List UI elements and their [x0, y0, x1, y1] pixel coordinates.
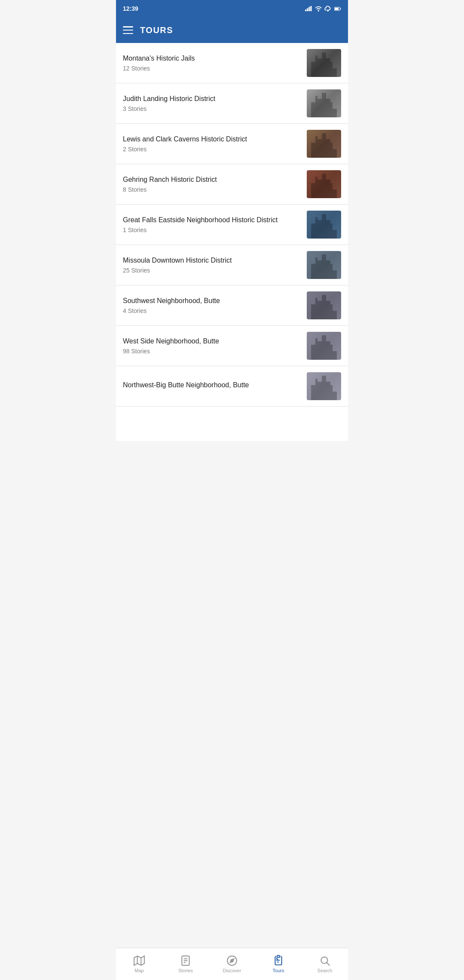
tour-name: Northwest-Big Butte Neighborhood, Butte [123, 381, 302, 390]
battery-icon [334, 7, 342, 11]
app-header: TOURS [116, 17, 348, 43]
tours-icon [273, 955, 284, 966]
tour-list-item[interactable]: Gehring Ranch Historic District8 Stories [116, 164, 348, 205]
tour-list-item[interactable]: West Side Neighborhood, Butte98 Stories [116, 326, 348, 366]
page-title: TOURS [140, 25, 173, 35]
svg-rect-2 [308, 7, 310, 11]
tour-name: Missoula Downtown Historic District [123, 256, 302, 265]
tour-name: West Side Neighborhood, Butte [123, 337, 302, 346]
tour-story-count: 98 Stories [123, 348, 302, 355]
nav-label-discover: Discover [223, 968, 241, 973]
tour-thumbnail [307, 89, 341, 117]
nav-item-stories[interactable]: Stories [162, 948, 209, 980]
tour-thumbnail [307, 372, 341, 400]
tour-list-item[interactable]: Lewis and Clark Caverns Historic Distric… [116, 124, 348, 164]
tour-thumbnail [307, 49, 341, 77]
search-icon [319, 955, 330, 966]
stories-icon [180, 955, 191, 966]
tour-thumbnail [307, 130, 341, 158]
tour-name: Judith Landing Historic District [123, 95, 302, 104]
svg-marker-7 [134, 956, 144, 965]
svg-marker-15 [230, 959, 234, 963]
tour-list-item[interactable]: Judith Landing Historic District3 Storie… [116, 83, 348, 124]
tour-name: Southwest Neighborhood, Butte [123, 297, 302, 306]
status-time: 12:39 [123, 5, 138, 12]
bottom-navigation: Map Stories Discover [116, 948, 348, 980]
nav-label-stories: Stories [178, 968, 193, 973]
tour-list-item[interactable]: Montana's Historic Jails12 Stories [116, 43, 348, 83]
status-icons [305, 5, 341, 12]
nav-item-map[interactable]: Map [116, 948, 162, 980]
tour-story-count: 4 Stories [123, 307, 302, 314]
tour-name: Gehring Ranch Historic District [123, 175, 302, 184]
nav-item-tours[interactable]: Tours [255, 948, 302, 980]
signal-icon [305, 6, 312, 11]
nav-item-search[interactable]: Search [302, 948, 348, 980]
wifi-icon [315, 6, 322, 12]
svg-rect-6 [340, 8, 341, 9]
svg-rect-16 [277, 956, 280, 957]
tour-story-count: 12 Stories [123, 65, 302, 72]
tour-list-item[interactable]: Southwest Neighborhood, Butte4 Stories [116, 285, 348, 326]
tour-thumbnail [307, 291, 341, 319]
svg-rect-0 [305, 9, 306, 11]
status-bar: 12:39 [116, 0, 348, 17]
map-icon [134, 955, 145, 966]
tour-story-count: 2 Stories [123, 146, 302, 153]
nav-label-tours: Tours [273, 968, 284, 973]
tour-thumbnail [307, 251, 341, 279]
menu-button[interactable] [123, 26, 133, 34]
tour-list-item[interactable]: Great Falls Eastside Neighborhood Histor… [116, 205, 348, 245]
tour-thumbnail [307, 170, 341, 198]
cloud-icon [324, 5, 332, 12]
svg-line-20 [327, 963, 330, 965]
tour-name: Lewis and Clark Caverns Historic Distric… [123, 135, 302, 144]
svg-rect-1 [307, 8, 308, 11]
tour-story-count: 25 Stories [123, 267, 302, 274]
nav-item-discover[interactable]: Discover [209, 948, 255, 980]
tour-name: Montana's Historic Jails [123, 54, 302, 63]
tour-thumbnail [307, 332, 341, 360]
nav-label-search: Search [317, 968, 333, 973]
svg-rect-3 [310, 6, 311, 11]
discover-icon [226, 955, 238, 966]
tour-list: Montana's Historic Jails12 StoriesJudith… [116, 43, 348, 441]
tour-list-item[interactable]: Missoula Downtown Historic District25 St… [116, 245, 348, 285]
tour-name: Great Falls Eastside Neighborhood Histor… [123, 216, 302, 225]
tour-list-item[interactable]: Northwest-Big Butte Neighborhood, Butte [116, 366, 348, 407]
svg-rect-5 [335, 7, 339, 9]
tour-thumbnail [307, 211, 341, 239]
nav-label-map: Map [134, 968, 143, 973]
tour-story-count: 1 Stories [123, 227, 302, 233]
tour-story-count: 8 Stories [123, 186, 302, 193]
tour-story-count: 3 Stories [123, 105, 302, 112]
